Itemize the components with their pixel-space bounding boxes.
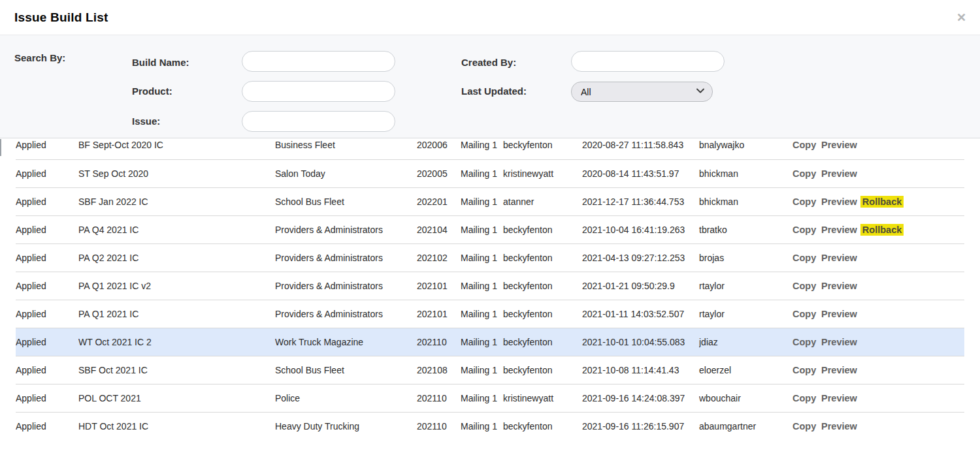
row-build-name: SBF Jan 2022 IC (78, 187, 275, 215)
row-issue: 202104 (417, 215, 461, 243)
table-row[interactable]: Applied PA Q1 2021 IC Providers & Admini… (16, 300, 964, 328)
table-row[interactable]: Applied SBF Oct 2021 IC School Bus Fleet… (16, 356, 964, 384)
row-updated-by: bhickman (699, 187, 792, 215)
row-issue: 202201 (417, 187, 461, 215)
scrollbar-artifact (0, 139, 1, 156)
table-row[interactable]: Applied ST Sep Oct 2020 Salon Today 2020… (16, 159, 964, 187)
product-input[interactable] (242, 81, 395, 102)
table-row[interactable]: Applied PA Q2 2021 IC Providers & Admini… (16, 243, 964, 272)
row-build-name: BF Sept-Oct 2020 IC (78, 138, 275, 159)
row-product: Police (275, 384, 417, 412)
issue-input[interactable] (242, 111, 395, 132)
copy-link[interactable]: Copy (792, 365, 816, 375)
created-by-input[interactable] (571, 51, 725, 72)
row-status: Applied (16, 243, 78, 272)
copy-link[interactable]: Copy (792, 225, 816, 235)
build-name-input[interactable] (242, 51, 395, 72)
row-mailing: Mailing 1 (461, 187, 503, 215)
page-title: Issue Build List (14, 10, 108, 25)
preview-link[interactable]: Preview (821, 365, 857, 375)
row-created-at: 2021-09-16 14:24:08.397 (582, 384, 699, 412)
row-created-by: kristinewyatt (503, 159, 582, 187)
table-row[interactable]: Applied SBF Jan 2022 IC School Bus Fleet… (16, 187, 964, 215)
row-status: Applied (16, 384, 78, 412)
copy-link[interactable]: Copy (792, 309, 816, 319)
copy-link[interactable]: Copy (792, 253, 816, 263)
preview-link[interactable]: Preview (821, 309, 857, 319)
table-row[interactable]: Applied BF Sept-Oct 2020 IC Business Fle… (16, 138, 964, 159)
row-created-at: 2021-04-13 09:27:12.253 (582, 243, 699, 272)
row-created-at: 2021-01-21 09:50:29.9 (582, 272, 699, 300)
copy-link[interactable]: Copy (792, 140, 816, 150)
row-status: Applied (16, 159, 78, 187)
row-build-name: PA Q4 2021 IC (78, 215, 275, 243)
modal-header: Issue Build List ✕ (0, 0, 980, 35)
row-mailing: Mailing 1 (461, 384, 503, 412)
row-mailing: Mailing 1 (461, 328, 503, 356)
row-updated-by: jdiaz (699, 328, 792, 356)
row-issue: 202101 (417, 272, 461, 300)
row-issue: 202102 (417, 243, 461, 272)
preview-link[interactable]: Preview (821, 281, 857, 291)
last-updated-select[interactable]: All (571, 82, 713, 102)
row-mailing: Mailing 1 (461, 243, 503, 272)
copy-link[interactable]: Copy (792, 196, 816, 207)
row-mailing: Mailing 1 (461, 356, 503, 384)
row-product: School Bus Fleet (275, 187, 417, 215)
row-build-name: PA Q2 2021 IC (78, 243, 275, 272)
row-created-by: beckyfenton (503, 412, 582, 440)
row-status: Applied (16, 356, 78, 384)
row-updated-by: wbouchair (699, 384, 792, 412)
table-row[interactable]: Applied WT Oct 2021 IC 2 Work Truck Maga… (16, 328, 964, 356)
preview-link[interactable]: Preview (821, 337, 857, 347)
row-updated-by: eloerzel (699, 356, 792, 384)
row-created-by: kristinewyatt (503, 384, 582, 412)
row-product: Providers & Administrators (275, 215, 417, 243)
preview-link[interactable]: Preview (821, 253, 857, 263)
row-build-name: SBF Oct 2021 IC (78, 356, 275, 384)
row-product: Business Fleet (275, 138, 417, 159)
copy-link[interactable]: Copy (792, 168, 816, 179)
row-mailing: Mailing 1 (461, 159, 503, 187)
preview-link[interactable]: Preview (821, 168, 857, 179)
close-icon[interactable]: ✕ (954, 9, 969, 26)
row-updated-by: abaumgartner (699, 412, 792, 440)
row-build-name: PA Q1 2021 IC v2 (78, 272, 275, 300)
row-updated-by: bnalywajko (699, 138, 792, 159)
row-created-by: beckyfenton (503, 138, 582, 159)
issue-label: Issue: (132, 116, 160, 127)
created-by-label: Created By: (461, 57, 516, 68)
rollback-link[interactable]: Rollback (860, 224, 904, 236)
row-created-by: beckyfenton (503, 272, 582, 300)
row-created-by: beckyfenton (503, 328, 582, 356)
row-mailing: Mailing 1 (461, 412, 503, 440)
build-name-label: Build Name: (132, 57, 189, 68)
rollback-link[interactable]: Rollback (860, 196, 904, 208)
preview-link[interactable]: Preview (821, 393, 857, 403)
table-row[interactable]: Applied HDT Oct 2021 IC Heavy Duty Truck… (16, 412, 964, 440)
preview-link[interactable]: Preview (821, 225, 857, 235)
table-row[interactable]: Applied PA Q4 2021 IC Providers & Admini… (16, 215, 964, 243)
row-status: Applied (16, 138, 78, 159)
row-build-name: WT Oct 2021 IC 2 (78, 328, 275, 356)
row-issue: 202108 (417, 356, 461, 384)
row-created-at: 2020-08-27 11:11:58.843 (582, 138, 699, 159)
copy-link[interactable]: Copy (792, 337, 816, 347)
row-product: Providers & Administrators (275, 243, 417, 272)
table-row[interactable]: Applied POL OCT 2021 Police 202110 Maili… (16, 384, 964, 412)
row-issue: 202110 (417, 384, 461, 412)
copy-link[interactable]: Copy (792, 281, 816, 291)
copy-link[interactable]: Copy (792, 393, 816, 403)
copy-link[interactable]: Copy (792, 421, 816, 431)
row-updated-by: brojas (699, 243, 792, 272)
preview-link[interactable]: Preview (821, 196, 857, 207)
row-build-name: ST Sep Oct 2020 (78, 159, 275, 187)
row-product: School Bus Fleet (275, 356, 417, 384)
table-row[interactable]: Applied PA Q1 2021 IC v2 Providers & Adm… (16, 272, 964, 300)
preview-link[interactable]: Preview (821, 421, 857, 431)
row-created-at: 2021-01-11 14:03:52.507 (582, 300, 699, 328)
row-status: Applied (16, 328, 78, 356)
last-updated-label: Last Updated: (461, 86, 527, 97)
preview-link[interactable]: Preview (821, 140, 857, 150)
row-created-by: beckyfenton (503, 356, 582, 384)
